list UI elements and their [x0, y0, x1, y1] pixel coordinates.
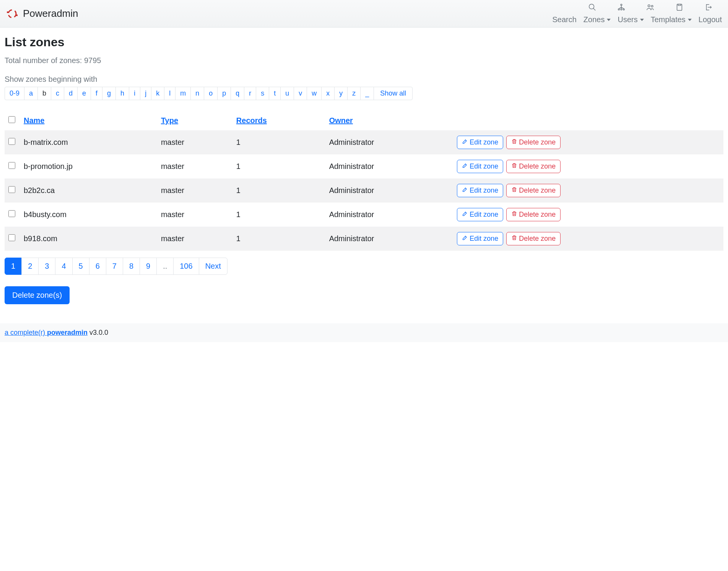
nav-users[interactable]: Users — [618, 15, 644, 24]
page-6[interactable]: 6 — [89, 258, 106, 275]
letter-filter-p[interactable]: p — [217, 87, 231, 100]
letter-filter-b[interactable]: b — [37, 87, 51, 100]
svg-point-7 — [621, 9, 622, 10]
cell-owner: Administrator — [325, 154, 453, 178]
edit-zone-button[interactable]: Edit zone — [457, 208, 503, 221]
cell-records: 1 — [232, 203, 325, 227]
zones-icon[interactable] — [617, 3, 626, 13]
svg-line-10 — [619, 7, 621, 9]
page-5[interactable]: 5 — [72, 258, 89, 275]
row-checkbox[interactable] — [8, 186, 15, 193]
letter-filter-q[interactable]: q — [231, 87, 244, 100]
letter-filter-w[interactable]: w — [307, 87, 322, 100]
page-8[interactable]: 8 — [123, 258, 140, 275]
letter-filter-a[interactable]: a — [24, 87, 38, 100]
letter-filter-digits[interactable]: 0-9 — [5, 87, 24, 100]
col-name[interactable]: Name — [20, 111, 157, 130]
delete-zone-label: Delete zone — [519, 138, 556, 146]
letter-filter-k[interactable]: k — [151, 87, 164, 100]
col-owner[interactable]: Owner — [325, 111, 453, 130]
cell-owner: Administrator — [325, 203, 453, 227]
cell-name: b2b2c.ca — [20, 178, 157, 203]
nav-zones[interactable]: Zones — [583, 15, 611, 24]
brand[interactable]: Poweradmin — [6, 8, 78, 20]
letter-filter-g[interactable]: g — [102, 87, 116, 100]
trash-icon — [511, 138, 517, 146]
letter-filter-u[interactable]: u — [280, 87, 294, 100]
row-checkbox[interactable] — [8, 234, 15, 241]
letter-filter-j[interactable]: j — [140, 87, 151, 100]
page-1[interactable]: 1 — [5, 258, 22, 275]
row-checkbox[interactable] — [8, 162, 15, 169]
templates-icon[interactable] — [675, 3, 684, 13]
cell-owner: Administrator — [325, 130, 453, 154]
page-3[interactable]: 3 — [38, 258, 55, 275]
nav-search[interactable]: Search — [552, 15, 576, 24]
col-records[interactable]: Records — [232, 111, 325, 130]
letter-filter-o[interactable]: o — [204, 87, 218, 100]
page-9[interactable]: 9 — [140, 258, 157, 275]
footer-link-bold: poweradmin — [47, 329, 88, 336]
letter-filter-l[interactable]: l — [164, 87, 176, 100]
row-checkbox[interactable] — [8, 138, 15, 145]
letter-filter-y[interactable]: y — [334, 87, 348, 100]
edit-icon — [462, 235, 468, 243]
edit-zone-label: Edit zone — [470, 187, 498, 195]
page-2[interactable]: 2 — [21, 258, 39, 275]
page-4[interactable]: 4 — [55, 258, 72, 275]
nav-logout[interactable]: Logout — [699, 15, 722, 24]
col-name-link[interactable]: Name — [24, 116, 44, 125]
letter-filter-e[interactable]: e — [77, 87, 91, 100]
delete-zone-button[interactable]: Delete zone — [506, 160, 561, 173]
cell-records: 1 — [232, 154, 325, 178]
footer: a complete(r) poweradmin v3.0.0 — [0, 323, 728, 342]
letter-filter-f[interactable]: f — [91, 87, 102, 100]
letter-filter-n[interactable]: n — [190, 87, 204, 100]
brand-text: Poweradmin — [23, 8, 78, 19]
col-actions — [453, 111, 723, 130]
cell-owner: Administrator — [325, 227, 453, 251]
letter-filter-s[interactable]: s — [256, 87, 269, 100]
letter-filter-m[interactable]: m — [175, 87, 191, 100]
edit-zone-button[interactable]: Edit zone — [457, 184, 503, 197]
users-icon[interactable] — [646, 3, 655, 13]
edit-zone-label: Edit zone — [470, 162, 498, 170]
delete-zone-button[interactable]: Delete zone — [506, 208, 561, 221]
edit-zone-button[interactable]: Edit zone — [457, 160, 503, 173]
letter-filter-r[interactable]: r — [244, 87, 256, 100]
letter-filter-showall[interactable]: Show all — [374, 87, 413, 100]
delete-zone-button[interactable]: Delete zone — [506, 232, 561, 245]
page-last[interactable]: 106 — [173, 258, 199, 275]
delete-zone-button[interactable]: Delete zone — [506, 136, 561, 149]
letter-filter-v[interactable]: v — [294, 87, 307, 100]
letter-filter-c[interactable]: c — [51, 87, 64, 100]
page-next[interactable]: Next — [199, 258, 227, 275]
zones-table: Name Type Records Owner b-matrix.commast… — [5, 111, 723, 251]
logout-icon[interactable] — [704, 3, 713, 13]
delete-zones-button[interactable]: Delete zone(s) — [5, 286, 70, 304]
edit-zone-button[interactable]: Edit zone — [457, 136, 503, 149]
letter-filter-x[interactable]: x — [321, 87, 335, 100]
svg-point-8 — [623, 9, 625, 10]
delete-zone-button[interactable]: Delete zone — [506, 184, 561, 197]
col-type[interactable]: Type — [157, 111, 232, 130]
nav-templates[interactable]: Templates — [651, 15, 692, 24]
footer-link[interactable]: a complete(r) poweradmin — [5, 329, 88, 336]
letter-filter-i[interactable]: i — [129, 87, 140, 100]
cell-type: master — [157, 178, 232, 203]
edit-zone-label: Edit zone — [470, 138, 498, 146]
col-records-link[interactable]: Records — [236, 116, 267, 125]
letter-filter-t[interactable]: t — [269, 87, 281, 100]
letter-filter-z[interactable]: z — [347, 87, 361, 100]
page-7[interactable]: 7 — [106, 258, 123, 275]
letter-filter-h[interactable]: h — [115, 87, 129, 100]
edit-zone-button[interactable]: Edit zone — [457, 232, 503, 245]
select-all-checkbox[interactable] — [8, 116, 15, 123]
row-checkbox[interactable] — [8, 210, 15, 217]
page-ellipsis: .. — [156, 258, 174, 275]
col-owner-link[interactable]: Owner — [329, 116, 353, 125]
search-icon[interactable] — [588, 3, 596, 13]
col-type-link[interactable]: Type — [161, 116, 178, 125]
letter-filter-d[interactable]: d — [64, 87, 78, 100]
letter-filter-_[interactable]: _ — [360, 87, 374, 100]
